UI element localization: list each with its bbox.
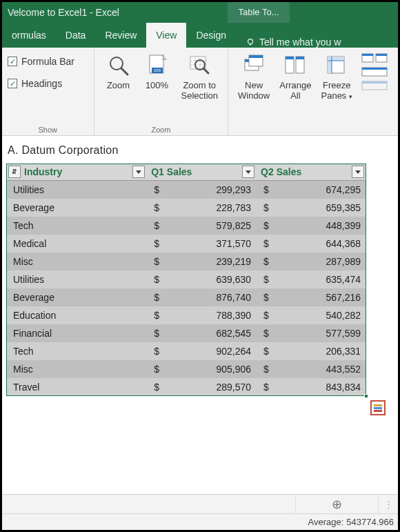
cell-currency[interactable]: $	[147, 360, 166, 378]
cell-currency[interactable]: $	[147, 181, 166, 199]
cell-q1[interactable]: 289,570	[166, 378, 257, 396]
cell-industry[interactable]: Tech	[6, 342, 147, 360]
cell-industry[interactable]: Beverage	[6, 288, 147, 306]
checkbox-headings[interactable]: ✓ Headings	[8, 78, 88, 89]
new-window-button[interactable]: NewWindow	[234, 52, 274, 103]
header-q2[interactable]: Q2 Sales	[257, 164, 366, 181]
tab-design[interactable]: Design	[186, 23, 236, 48]
cell-industry[interactable]: Beverage	[6, 199, 147, 217]
cell-currency[interactable]: $	[147, 217, 166, 235]
cell-q1[interactable]: 639,630	[166, 270, 257, 288]
cell-currency[interactable]: $	[257, 306, 276, 324]
cell-industry[interactable]: Tech	[6, 217, 147, 235]
cell-q1[interactable]: 876,740	[166, 288, 257, 306]
add-sheet-button[interactable]: ⊕	[296, 495, 379, 513]
cell-currency[interactable]: $	[147, 342, 166, 360]
cell-industry[interactable]: Medical	[6, 235, 147, 253]
cell-q2[interactable]: 674,295	[276, 181, 366, 199]
freeze-panes-button[interactable]: FreezePanes ▾	[317, 52, 357, 103]
cell-industry[interactable]: Misc	[6, 360, 147, 378]
table-row[interactable]: Education$788,390$540,282	[6, 306, 366, 324]
cell-currency[interactable]: $	[257, 324, 276, 342]
cell-currency[interactable]: $	[257, 253, 276, 270]
arrange-all-button[interactable]: ArrangeAll	[275, 52, 315, 103]
cell-q1[interactable]: 579,825	[166, 217, 257, 235]
filter-dropdown-icon[interactable]	[352, 166, 364, 178]
data-table[interactable]: ⇵ Industry Q1 Sales Q2 Sales Utilities$2…	[6, 164, 366, 396]
table-row[interactable]: Financial$682,545$577,599	[6, 324, 366, 342]
cell-q1[interactable]: 682,545	[166, 324, 257, 342]
cell-q1[interactable]: 905,906	[166, 360, 257, 378]
table-row[interactable]: Tech$579,825$448,399	[6, 217, 366, 235]
cell-currency[interactable]: $	[257, 235, 276, 253]
zoom-to-selection-button[interactable]: Zoom toSelection	[177, 52, 222, 103]
cell-q2[interactable]: 443,552	[276, 360, 366, 378]
cell-q2[interactable]: 448,399	[276, 217, 366, 235]
checkbox-formula-bar[interactable]: ✓ Formula Bar	[8, 56, 88, 67]
cell-currency[interactable]: $	[257, 378, 276, 396]
table-row[interactable]: Tech$902,264$206,331	[6, 342, 366, 360]
cell-currency[interactable]: $	[147, 235, 166, 253]
table-row[interactable]: Medical$371,570$644,368	[6, 235, 366, 253]
cell-currency[interactable]: $	[147, 253, 166, 270]
tell-me-search[interactable]: Tell me what you w	[236, 37, 341, 48]
cell-currency[interactable]: $	[257, 288, 276, 306]
cell-q1[interactable]: 371,570	[166, 235, 257, 253]
cell-q2[interactable]: 540,282	[276, 306, 366, 324]
cell-q2[interactable]: 843,834	[276, 378, 366, 396]
cell-currency[interactable]: $	[257, 270, 276, 288]
cell-q2[interactable]: 206,331	[276, 342, 366, 360]
cell-currency[interactable]: $	[147, 288, 166, 306]
contextual-tab-table-tools[interactable]: Table To...	[228, 2, 290, 23]
quick-analysis-button[interactable]	[370, 400, 386, 415]
cell-currency[interactable]: $	[257, 217, 276, 235]
table-row[interactable]: Travel$289,570$843,834	[6, 378, 366, 396]
tab-review[interactable]: Review	[95, 23, 146, 48]
cell-currency[interactable]: $	[147, 378, 166, 396]
cell-q1[interactable]: 788,390	[166, 306, 257, 324]
cell-q2[interactable]: 659,385	[276, 199, 366, 217]
split-button[interactable]	[361, 52, 392, 64]
zoom-100-button[interactable]: 100 100%	[139, 52, 176, 103]
selection-handle[interactable]	[364, 394, 368, 398]
sheet-tab-area[interactable]	[2, 495, 296, 513]
cell-currency[interactable]: $	[147, 270, 166, 288]
cell-q1[interactable]: 902,264	[166, 342, 257, 360]
cell-q2[interactable]: 287,989	[276, 253, 366, 270]
cell-industry[interactable]: Education	[6, 306, 147, 324]
table-row[interactable]: Beverage$876,740$567,216	[6, 288, 366, 306]
table-row[interactable]: Utilities$639,630$635,474	[6, 270, 366, 288]
table-row[interactable]: Misc$239,219$287,989	[6, 253, 366, 270]
sheet-overflow-icon[interactable]: ⋮	[379, 499, 398, 509]
cell-q2[interactable]: 635,474	[276, 270, 366, 288]
cell-q2[interactable]: 644,368	[276, 235, 366, 253]
cell-industry[interactable]: Travel	[6, 378, 147, 396]
cell-industry[interactable]: Utilities	[6, 270, 147, 288]
cell-currency[interactable]: $	[147, 306, 166, 324]
cell-q2[interactable]: 577,599	[276, 324, 366, 342]
tab-view[interactable]: View	[146, 23, 186, 48]
cell-currency[interactable]: $	[147, 199, 166, 217]
filter-dropdown-icon[interactable]	[132, 166, 145, 178]
cell-currency[interactable]: $	[257, 199, 276, 217]
sort-indicator-icon[interactable]: ⇵	[8, 166, 21, 178]
cell-currency[interactable]: $	[257, 360, 276, 378]
header-q1[interactable]: Q1 Sales	[147, 164, 257, 181]
cell-q1[interactable]: 239,219	[166, 253, 257, 270]
filter-dropdown-icon[interactable]	[242, 166, 254, 178]
cell-industry[interactable]: Misc	[6, 253, 147, 270]
cell-q1[interactable]: 228,783	[166, 199, 257, 217]
cell-q2[interactable]: 567,216	[276, 288, 366, 306]
unhide-button[interactable]	[361, 79, 392, 92]
cell-industry[interactable]: Financial	[6, 324, 147, 342]
tab-formulas[interactable]: ormulas	[2, 23, 56, 48]
zoom-button[interactable]: Zoom	[100, 52, 137, 103]
cell-currency[interactable]: $	[147, 324, 166, 342]
tab-data[interactable]: Data	[56, 23, 96, 48]
table-row[interactable]: Utilities$299,293$674,295	[6, 181, 366, 199]
hide-button[interactable]	[361, 66, 392, 78]
table-row[interactable]: Beverage$228,783$659,385	[6, 199, 366, 217]
cell-currency[interactable]: $	[257, 342, 276, 360]
cell-q1[interactable]: 299,293	[166, 181, 257, 199]
table-row[interactable]: Misc$905,906$443,552	[6, 360, 366, 378]
